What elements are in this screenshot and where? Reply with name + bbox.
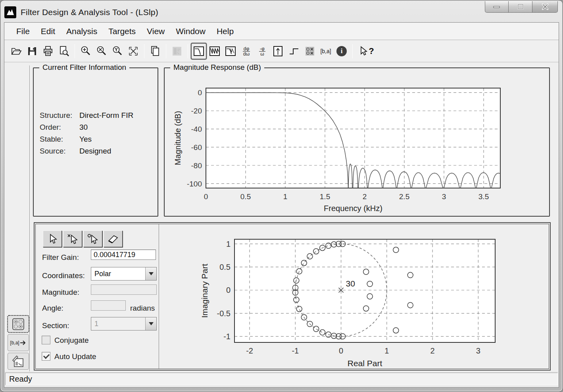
- zoom-y-button[interactable]: [110, 43, 125, 60]
- auto-update-checkbox[interactable]: [42, 352, 50, 361]
- group-delay-glyph: dφdω: [243, 46, 250, 56]
- svg-text:0: 0: [226, 286, 231, 294]
- pole-zero-editor-panel: Filter Gain: Coordinates: Polar Magnitud…: [34, 222, 551, 371]
- svg-text:2.5: 2.5: [399, 192, 409, 201]
- angle-input[interactable]: [91, 300, 126, 311]
- menu-bar: File Edit Analysis Targets View Window H…: [4, 23, 559, 40]
- filter-coefficients-button[interactable]: [b,a]: [318, 43, 334, 60]
- context-help-button[interactable]: ?: [355, 43, 378, 60]
- minimize-button[interactable]: [485, 1, 509, 13]
- maximize-button[interactable]: [509, 1, 532, 13]
- svg-text:30: 30: [346, 279, 355, 288]
- menu-help[interactable]: Help: [211, 24, 239, 38]
- filter-info-button[interactable]: i: [334, 43, 350, 60]
- coefficients-glyph: [b,a]: [320, 48, 331, 54]
- svg-text:-40: -40: [191, 125, 202, 133]
- pole-zero-editor-inner: Filter Gain: Coordinates: Polar Magnitud…: [35, 224, 549, 369]
- step-response-button[interactable]: [286, 43, 302, 60]
- angle-unit-label: radians: [130, 304, 155, 313]
- magnitude-plot: 0-20-40-60-80-10000.511.522.533.5Magnitu…: [165, 68, 549, 216]
- coordinates-dropdown[interactable]: Polar: [91, 267, 157, 281]
- info-label: Order:: [40, 121, 79, 133]
- filter-gain-input[interactable]: [91, 250, 156, 260]
- menu-file[interactable]: File: [11, 24, 35, 38]
- conjugate-checkbox[interactable]: [42, 336, 50, 344]
- section-dropdown[interactable]: 1: [91, 317, 157, 331]
- new-session-button[interactable]: [147, 43, 163, 60]
- info-label: Source:: [40, 145, 79, 157]
- svg-text:-0.5: -0.5: [217, 309, 231, 318]
- auto-update-label[interactable]: Auto Update: [54, 352, 96, 361]
- print-preview-button[interactable]: [56, 43, 72, 60]
- phase-delay-glyph: -φω: [259, 46, 265, 56]
- conjugate-label[interactable]: Conjugate: [54, 336, 89, 345]
- menu-view[interactable]: View: [141, 24, 170, 38]
- svg-text:1: 1: [226, 240, 231, 248]
- add-pole-button[interactable]: [63, 231, 82, 247]
- svg-text:-1: -1: [292, 346, 299, 355]
- pz-tool-buttons: [43, 231, 123, 247]
- import-filter-glyph: [b,a]: [10, 340, 19, 346]
- pole-zero-plot-button[interactable]: [302, 43, 318, 60]
- open-button[interactable]: [8, 43, 24, 60]
- pole-zero-plot[interactable]: 10.50-0.5-1-2-1012330Imaginary PartReal …: [160, 224, 550, 369]
- group-delay-button[interactable]: dφdω: [238, 43, 254, 60]
- toolbar: dφdω -φω [b,a] i: [4, 40, 559, 62]
- sidebar-import-filter-button[interactable]: [b,a]: [8, 334, 29, 351]
- sidebar-divider: [29, 65, 30, 372]
- client-area: File Edit Analysis Targets View Window H…: [4, 22, 559, 388]
- info-label: Stable:: [40, 133, 79, 145]
- magnitude-input[interactable]: [91, 284, 157, 295]
- svg-text:-20: -20: [191, 107, 202, 115]
- magnitude-response-panel: Magnitude Response (dB) 0-20-40-60-80-10…: [164, 67, 550, 217]
- chevron-down-icon: [149, 322, 154, 325]
- svg-text:2: 2: [363, 192, 367, 201]
- editor-plot-divider: [159, 224, 159, 369]
- toolbar-separator: [188, 44, 188, 58]
- filter-manager-button[interactable]: [169, 43, 185, 60]
- phase-delay-button[interactable]: -φω: [254, 43, 270, 60]
- svg-text:0.5: 0.5: [219, 263, 231, 271]
- impulse-response-button[interactable]: [270, 43, 286, 60]
- zoom-x-button[interactable]: [94, 43, 110, 60]
- sidebar-design-filter-button[interactable]: [8, 353, 29, 370]
- svg-text:-80: -80: [191, 161, 202, 170]
- dropdown-button[interactable]: [145, 267, 156, 280]
- magnitude-and-phase-button[interactable]: [223, 43, 238, 60]
- phase-response-button[interactable]: [207, 43, 223, 60]
- info-row: Stable:Yes: [40, 133, 133, 145]
- menu-edit[interactable]: Edit: [35, 24, 61, 38]
- status-text: Ready: [9, 375, 32, 384]
- chevron-down-icon: [149, 272, 154, 275]
- full-view-button[interactable]: [125, 43, 141, 60]
- svg-text:Real Part: Real Part: [348, 359, 382, 368]
- erase-pole-zero-button[interactable]: [104, 231, 123, 247]
- svg-text:-100: -100: [187, 180, 202, 188]
- svg-text:Magnitude (dB): Magnitude (dB): [173, 111, 182, 165]
- dropdown-button[interactable]: [145, 317, 156, 330]
- menu-targets[interactable]: Targets: [103, 24, 141, 38]
- info-value: Direct-Form FIR: [79, 111, 133, 119]
- filter-gain-label: Filter Gain:: [42, 253, 79, 262]
- svg-text:-60: -60: [191, 143, 202, 152]
- zoom-in-button[interactable]: [78, 43, 94, 60]
- toolbar-separator: [166, 44, 166, 58]
- svg-text:0.5: 0.5: [240, 192, 251, 201]
- magnitude-label: Magnitude:: [42, 288, 79, 297]
- print-button[interactable]: [40, 43, 56, 60]
- svg-text:0: 0: [339, 346, 343, 355]
- menu-analysis[interactable]: Analysis: [61, 24, 103, 38]
- window-controls: [485, 1, 558, 13]
- window-title: Filter Design & Analysis Tool - (LSlp): [21, 8, 158, 17]
- menu-window[interactable]: Window: [170, 24, 211, 38]
- info-value: Designed: [79, 147, 111, 155]
- magnitude-response-button[interactable]: [191, 43, 207, 60]
- move-pole-zero-button[interactable]: [43, 231, 62, 247]
- add-zero-button[interactable]: [83, 231, 102, 247]
- sidebar-pole-zero-editor-button[interactable]: [8, 315, 29, 332]
- svg-text:2: 2: [430, 346, 435, 355]
- save-button[interactable]: [24, 43, 40, 60]
- title-bar[interactable]: Filter Design & Analysis Tool - (LSlp): [4, 3, 559, 21]
- coordinates-value: Polar: [91, 270, 145, 278]
- close-button[interactable]: [532, 1, 558, 13]
